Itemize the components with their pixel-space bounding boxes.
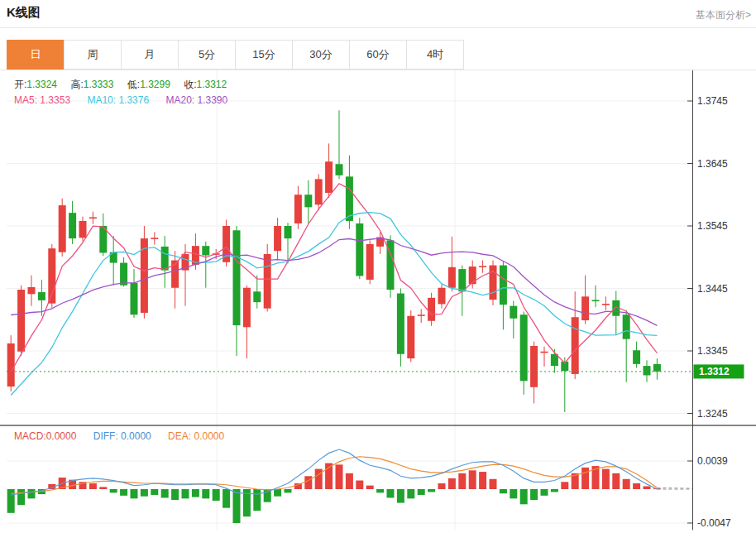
- macd-bar-down: [418, 489, 425, 495]
- candle-up: [17, 290, 25, 352]
- ma20-line: [11, 238, 657, 326]
- candle-down: [336, 164, 343, 175]
- candle-down: [458, 269, 466, 291]
- close-value: 1.3312: [197, 79, 227, 90]
- macd-bar-down: [397, 489, 404, 503]
- macd-bar-down: [161, 489, 169, 497]
- candle-down: [356, 223, 363, 276]
- macd-bar-down: [253, 489, 261, 511]
- ma10-line: [11, 213, 657, 396]
- macd-bar-up: [602, 469, 610, 489]
- macd-bar-up: [644, 487, 651, 489]
- candle-up: [572, 317, 579, 374]
- tab-5min[interactable]: 5分: [178, 40, 236, 70]
- ma5-label: MA5:: [14, 94, 37, 106]
- ohlc-legend: 开:1.3324 高:1.3333 低:1.3299 收:1.3312: [14, 78, 237, 92]
- candle-up: [407, 316, 414, 358]
- macd-bar-down: [120, 489, 127, 496]
- candle-up: [448, 267, 456, 288]
- tab-month[interactable]: 月: [121, 40, 179, 70]
- candle-down: [69, 213, 76, 238]
- macd-bar-down: [233, 489, 241, 523]
- open-label: 开:: [14, 79, 26, 90]
- tab-week[interactable]: 周: [64, 40, 122, 70]
- candle-up: [264, 254, 271, 309]
- candle-down: [500, 266, 507, 305]
- macd-bar-down: [28, 489, 36, 498]
- price-axis-label: 1.3245: [697, 408, 728, 420]
- macd-axis-label: -0.0047: [697, 517, 731, 529]
- candle-up: [59, 205, 66, 252]
- price-axis-label: 1.3445: [697, 283, 728, 295]
- dea-label: DEA:: [168, 430, 191, 442]
- candle-up: [151, 238, 158, 239]
- ma5-line: [11, 184, 657, 372]
- candle-up: [28, 287, 36, 294]
- macd-bar-down: [131, 489, 138, 498]
- candle-up: [79, 221, 87, 238]
- candle-down: [285, 226, 292, 238]
- macd-bar-down: [110, 489, 117, 492]
- ma20-value: 1.3390: [198, 94, 228, 106]
- page-title: K线图: [7, 5, 41, 21]
- macd-bar-up: [346, 473, 353, 489]
- candle-down: [623, 315, 630, 339]
- macd-bar-up: [458, 473, 466, 489]
- candle-down: [161, 247, 169, 271]
- macd-bar-down: [285, 489, 292, 492]
- candle-up: [274, 226, 281, 251]
- candle-up: [418, 315, 425, 316]
- macd-bar-down: [213, 489, 220, 501]
- current-price-tag-label: 1.3312: [699, 366, 730, 377]
- candle-down: [253, 291, 261, 302]
- low-value: 1.3299: [140, 79, 170, 90]
- macd-bar-down: [520, 489, 528, 504]
- price-axis-label: 1.3645: [697, 158, 728, 170]
- candle-up: [490, 266, 497, 300]
- candle-down: [520, 315, 528, 381]
- candle-down: [644, 366, 651, 375]
- candle-up: [479, 266, 486, 267]
- tab-60min[interactable]: 60分: [349, 40, 407, 70]
- macd-bar-up: [448, 478, 456, 489]
- diff-value: 0.0000: [121, 430, 151, 442]
- macd-bar-down: [17, 489, 25, 505]
- macd-bar-down: [428, 489, 435, 492]
- high-label: 高:: [70, 79, 83, 90]
- tab-day[interactable]: 日: [7, 40, 65, 70]
- macd-bar-up: [304, 476, 312, 489]
- candle-down: [346, 176, 353, 221]
- macd-bar-up: [438, 483, 446, 489]
- dea-value: 0.0000: [194, 430, 224, 442]
- ma5-value: 1.3353: [40, 94, 70, 106]
- candle-down: [131, 283, 138, 315]
- candle-down: [38, 292, 45, 300]
- tab-15min[interactable]: 15分: [235, 40, 293, 70]
- macd-bar-up: [356, 481, 363, 489]
- macd-legend: MACD:0.0000 DIFF: 0.0000 DEA: 0.0000: [14, 430, 238, 442]
- ma10-value: 1.3376: [118, 94, 149, 106]
- macd-bar-down: [141, 489, 148, 497]
- candle-down: [202, 246, 209, 255]
- ma-legend: MA5: 1.3353 MA10: 1.3376 MA20: 1.3390: [14, 94, 242, 106]
- macd-bar-down: [500, 489, 507, 493]
- candle-up: [438, 288, 446, 305]
- candle-down: [633, 350, 640, 364]
- fundamental-analysis-link[interactable]: 基本面分析>: [696, 8, 751, 22]
- header-divider: [0, 27, 756, 28]
- dea-line: [11, 457, 657, 493]
- tabbar-divider: [0, 70, 756, 70]
- low-label: 低:: [127, 79, 140, 90]
- tab-30min[interactable]: 30分: [292, 40, 350, 70]
- macd-bar-down: [192, 489, 199, 497]
- macd-bar-down: [202, 489, 209, 498]
- candle-up: [89, 217, 97, 218]
- close-label: 收:: [184, 79, 196, 90]
- tab-4hour[interactable]: 4时: [406, 40, 464, 70]
- macd-bar-up: [561, 482, 568, 489]
- candle-up: [325, 161, 333, 193]
- macd-bar-up: [315, 469, 323, 489]
- diff-label: DIFF:: [93, 430, 118, 442]
- macd-bar-up: [479, 472, 486, 489]
- macd-axis-label: 0.0039: [697, 455, 728, 467]
